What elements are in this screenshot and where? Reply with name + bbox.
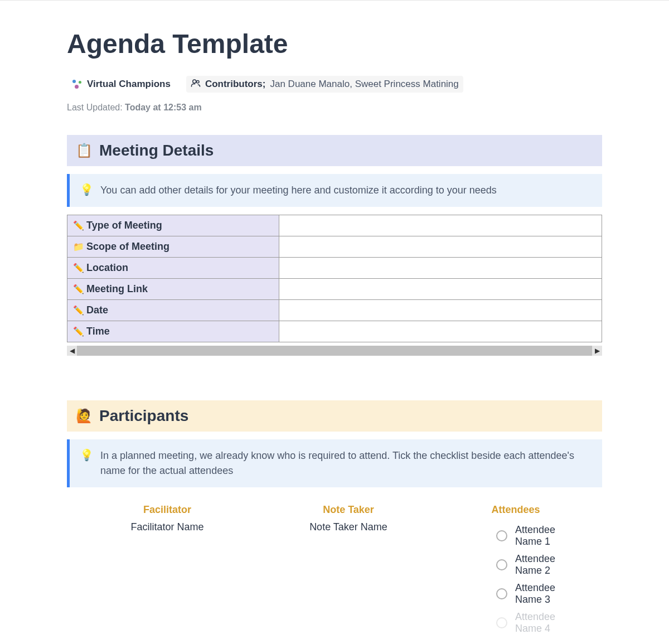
folder-icon: 📁 — [73, 242, 84, 251]
table-label-cell[interactable]: 📁Scope of Meeting — [67, 236, 279, 258]
raising-hand-icon: 🙋 — [76, 408, 93, 424]
pencil-icon: ✏️ — [73, 306, 84, 315]
scrollbar-left-arrow[interactable]: ◀ — [67, 346, 77, 356]
participants-grid: Facilitator Facilitator Name Note Taker … — [67, 498, 602, 643]
table-label-text: Type of Meeting — [86, 220, 162, 231]
table-value-cell[interactable] — [279, 321, 602, 342]
team-icon — [71, 79, 83, 90]
table-label-cell[interactable]: ✏️Type of Meeting — [67, 215, 279, 236]
note-taker-heading: Note Taker — [256, 504, 440, 516]
pencil-icon: ✏️ — [73, 284, 84, 294]
table-row: ✏️Location — [67, 258, 602, 279]
table-value-cell[interactable] — [279, 215, 602, 236]
lightbulb-icon: 💡 — [80, 448, 94, 462]
facilitator-column: Facilitator Facilitator Name — [89, 504, 245, 637]
contributors-names: Jan Duane Manalo, Sweet Princess Matinin… — [270, 79, 458, 90]
table-row: ✏️Meeting Link — [67, 279, 602, 300]
table-label-text: Meeting Link — [86, 283, 148, 294]
table-value-cell[interactable] — [279, 236, 602, 258]
note-taker-value[interactable]: Note Taker Name — [256, 521, 440, 533]
participants-tip: 💡 In a planned meeting, we already know … — [67, 439, 602, 487]
attendees-column: Attendees Attendee Name 1Attendee Name 2… — [452, 504, 580, 637]
table-row: 📁Scope of Meeting — [67, 236, 602, 258]
pencil-icon: ✏️ — [73, 221, 84, 230]
participants-title: Participants — [99, 407, 188, 425]
meeting-details-header: 📋 Meeting Details — [67, 135, 602, 166]
attendee-row: Attendee Name 4 — [496, 608, 580, 637]
attendee-name[interactable]: Attendee Name 1 — [515, 524, 580, 548]
table-row: ✏️Type of Meeting — [67, 215, 602, 236]
attendee-name[interactable]: Attendee Name 3 — [515, 582, 580, 606]
attendee-row: Attendee Name 1 — [496, 521, 580, 550]
pencil-icon: ✏️ — [73, 263, 84, 273]
facilitator-value[interactable]: Facilitator Name — [89, 521, 245, 533]
scrollbar-track[interactable] — [77, 346, 592, 356]
attendee-row: Attendee Name 2 — [496, 550, 580, 579]
attendee-checkbox[interactable] — [496, 588, 507, 599]
meeting-details-tip: 💡 You can add other details for your mee… — [67, 174, 602, 207]
meta-row: Virtual Champions Contributors; Jan Duan… — [67, 76, 602, 93]
memo-icon: 📋 — [76, 143, 93, 158]
table-row: ✏️Time — [67, 321, 602, 342]
last-updated-label: Last Updated: — [67, 103, 123, 112]
page-title: Agenda Template — [67, 28, 602, 59]
table-value-cell[interactable] — [279, 258, 602, 279]
attendee-checkbox[interactable] — [496, 617, 507, 628]
contributors-icon — [191, 78, 201, 90]
meeting-details-title: Meeting Details — [99, 142, 214, 159]
last-updated: Last Updated: Today at 12:53 am — [67, 103, 602, 113]
horizontal-scrollbar[interactable]: ◀ ▶ — [67, 346, 602, 356]
table-label-cell[interactable]: ✏️Date — [67, 300, 279, 321]
meeting-details-table: ✏️Type of Meeting📁Scope of Meeting✏️Loca… — [67, 215, 602, 342]
lightbulb-icon: 💡 — [80, 183, 94, 196]
attendee-checkbox[interactable] — [496, 559, 507, 570]
last-updated-value: Today at 12:53 am — [125, 103, 202, 112]
table-label-cell[interactable]: ✏️Time — [67, 321, 279, 342]
participants-tip-text: In a planned meeting, we already know wh… — [100, 448, 592, 478]
table-row: ✏️Date — [67, 300, 602, 321]
participants-header: 🙋 Participants — [67, 400, 602, 432]
table-value-cell[interactable] — [279, 300, 602, 321]
contributors-label: Contributors; — [205, 79, 266, 90]
team-tag[interactable]: Virtual Champions — [67, 76, 175, 92]
attendee-name[interactable]: Attendee Name 2 — [515, 553, 580, 577]
note-taker-column: Note Taker Note Taker Name — [256, 504, 440, 637]
document-container: Agenda Template Virtual Champions Contri… — [56, 1, 613, 644]
svg-point-0 — [193, 80, 196, 83]
contributors-tag[interactable]: Contributors; Jan Duane Manalo, Sweet Pr… — [186, 76, 463, 93]
scrollbar-right-arrow[interactable]: ▶ — [592, 346, 602, 356]
svg-point-1 — [196, 81, 199, 84]
attendees-heading: Attendees — [452, 504, 580, 516]
table-label-text: Date — [86, 304, 108, 316]
attendee-row: Attendee Name 3 — [496, 579, 580, 608]
attendee-checkbox[interactable] — [496, 530, 507, 541]
attendee-name[interactable]: Attendee Name 4 — [515, 611, 580, 635]
table-label-text: Scope of Meeting — [86, 241, 169, 252]
table-label-cell[interactable]: ✏️Location — [67, 258, 279, 279]
pencil-icon: ✏️ — [73, 327, 84, 336]
table-label-text: Location — [86, 262, 128, 273]
facilitator-heading: Facilitator — [89, 504, 245, 516]
meeting-details-tip-text: You can add other details for your meeti… — [100, 183, 497, 198]
team-name: Virtual Champions — [87, 79, 171, 90]
table-label-cell[interactable]: ✏️Meeting Link — [67, 279, 279, 300]
table-label-text: Time — [86, 326, 110, 337]
table-value-cell[interactable] — [279, 279, 602, 300]
